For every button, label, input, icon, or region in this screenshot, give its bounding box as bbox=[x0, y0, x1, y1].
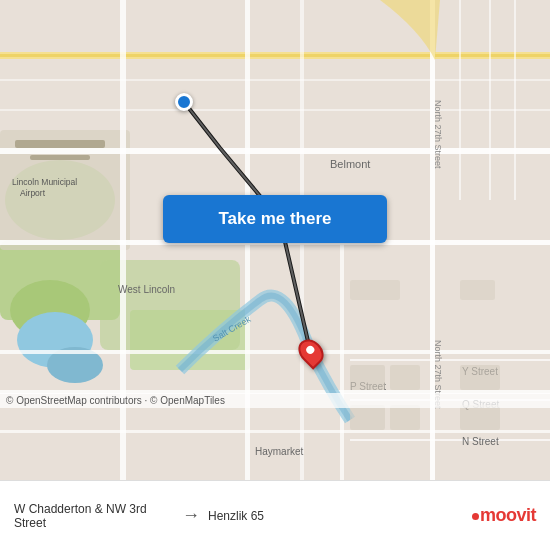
svg-text:North 27th Street: North 27th Street bbox=[433, 100, 443, 169]
svg-rect-48 bbox=[460, 405, 500, 430]
origin-marker bbox=[175, 93, 193, 111]
svg-rect-44 bbox=[390, 365, 420, 390]
route-to: Henzlik 65 bbox=[208, 509, 264, 523]
bottom-bar: W Chadderton & NW 3rd Street → Henzlik 6… bbox=[0, 480, 550, 550]
svg-rect-20 bbox=[120, 0, 126, 480]
svg-rect-19 bbox=[0, 430, 550, 433]
svg-rect-17 bbox=[0, 350, 550, 354]
svg-text:West Lincoln: West Lincoln bbox=[118, 284, 175, 295]
moovit-text: moovit bbox=[472, 505, 536, 526]
svg-rect-43 bbox=[350, 365, 385, 390]
svg-text:Haymarket: Haymarket bbox=[255, 446, 304, 457]
take-me-there-button[interactable]: Take me there bbox=[163, 195, 387, 243]
svg-text:Belmont: Belmont bbox=[330, 158, 370, 170]
svg-rect-50 bbox=[350, 280, 400, 300]
svg-text:Lincoln Municipal: Lincoln Municipal bbox=[12, 177, 77, 187]
route-info: W Chadderton & NW 3rd Street → Henzlik 6… bbox=[14, 502, 472, 530]
svg-rect-47 bbox=[460, 365, 500, 390]
svg-rect-49 bbox=[460, 280, 495, 300]
arrow-icon: → bbox=[182, 505, 200, 526]
svg-rect-9 bbox=[15, 140, 105, 148]
moovit-logo: moovit bbox=[472, 505, 536, 526]
svg-rect-45 bbox=[350, 405, 385, 430]
svg-text:N Street: N Street bbox=[462, 436, 499, 447]
map-container: Lincoln Municipal Airport Salt Creek bbox=[0, 0, 550, 480]
svg-rect-14 bbox=[0, 54, 550, 57]
svg-text:Airport: Airport bbox=[20, 188, 46, 198]
svg-rect-10 bbox=[30, 155, 90, 160]
moovit-dot bbox=[472, 513, 479, 520]
route-from: W Chadderton & NW 3rd Street bbox=[14, 502, 174, 530]
svg-rect-15 bbox=[0, 148, 550, 154]
svg-rect-46 bbox=[390, 405, 420, 430]
destination-marker bbox=[300, 338, 322, 366]
map-attribution: © OpenStreetMap contributors · © OpenMap… bbox=[0, 393, 550, 408]
